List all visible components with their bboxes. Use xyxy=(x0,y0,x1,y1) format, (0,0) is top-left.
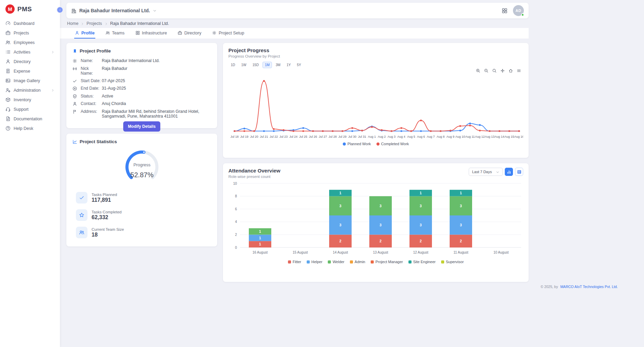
svg-text:Aug 4: Aug 4 xyxy=(397,135,405,138)
legend-swatch xyxy=(441,260,444,263)
card-title: Project Statistics xyxy=(80,139,117,144)
sidebar-item-image-gallery[interactable]: Image Gallery xyxy=(3,76,57,85)
svg-text:Jul 27: Jul 27 xyxy=(319,135,327,138)
range-15d[interactable]: 15D xyxy=(250,62,261,68)
chart-tool-menu[interactable] xyxy=(517,69,521,73)
svg-text:Jul 24: Jul 24 xyxy=(289,135,297,138)
logo-icon: M xyxy=(5,4,15,14)
breadcrumb-item[interactable]: Home xyxy=(67,21,78,26)
sidebar: M PMS DashboardProjectsEmployeesActiviti… xyxy=(0,0,60,347)
chart-tool-pan[interactable] xyxy=(500,69,505,73)
svg-text:Aug 12: Aug 12 xyxy=(475,135,485,138)
tab-project-setup[interactable]: Project Setup xyxy=(211,28,245,39)
legend-item-project-manager[interactable]: Project Manager xyxy=(371,260,403,264)
chart-tool-zoom-in[interactable] xyxy=(476,69,480,73)
progress-gauge-wrap: Progress52.87% xyxy=(73,148,211,186)
svg-text:3: 3 xyxy=(339,204,341,208)
file-text-icon xyxy=(5,116,11,121)
date-range-select[interactable]: Last 7 Days xyxy=(469,168,503,176)
sidebar-item-help-desk[interactable]: Help Desk xyxy=(3,124,57,133)
range-1w[interactable]: 1W xyxy=(239,62,249,68)
tab-label: Teams xyxy=(112,31,125,35)
tab-teams[interactable]: Teams xyxy=(105,28,125,39)
receipt-icon xyxy=(5,69,11,74)
chevron-down-icon xyxy=(153,9,157,13)
legend-item-helper[interactable]: Helper xyxy=(307,260,322,264)
apps-grid-button[interactable] xyxy=(502,8,508,14)
logo-text: PMS xyxy=(17,5,32,13)
tab-profile[interactable]: Profile xyxy=(74,28,95,39)
stat-label: Tasks Completed xyxy=(92,210,122,214)
sidebar-item-label: Support xyxy=(14,107,54,112)
person-icon xyxy=(5,59,11,64)
sidebar-item-employees[interactable]: Employees xyxy=(3,38,57,47)
attendance-overview-card: Attendance Overview Role-wise present co… xyxy=(223,163,529,282)
company-link[interactable]: MARCO AIoT Technologies Pvt. Ltd. xyxy=(560,285,618,289)
range-1m[interactable]: 1M xyxy=(262,62,272,68)
legend-item-fitter[interactable]: Fitter xyxy=(288,260,301,264)
range-1y[interactable]: 1Y xyxy=(284,62,293,68)
legend-swatch xyxy=(328,260,331,263)
stat-label: Tasks Planned xyxy=(92,193,117,197)
progress-line-chart[interactable]: Jul 18Jul 19Jul 20Jul 21Jul 22Jul 23Jul … xyxy=(228,74,523,141)
sidebar-collapse-button[interactable] xyxy=(57,6,63,13)
table-view-toggle-button[interactable] xyxy=(515,168,523,176)
app-logo[interactable]: M PMS xyxy=(0,0,60,18)
svg-text:3: 3 xyxy=(380,223,382,227)
main-content: Raja Bahadur International Ltd. AD HomeP… xyxy=(60,0,535,347)
breadcrumb-item[interactable]: Projects xyxy=(86,21,102,26)
pan-icon xyxy=(500,69,505,73)
user-avatar[interactable]: AD xyxy=(513,5,524,16)
sidebar-item-projects[interactable]: Projects xyxy=(3,29,57,37)
legend-item-admin[interactable]: Admin xyxy=(350,260,365,264)
modify-details-button[interactable]: Modify Details xyxy=(123,121,160,132)
sidebar-item-support[interactable]: Support xyxy=(3,105,57,114)
menu-icon xyxy=(517,69,521,73)
tab-directory[interactable]: Directory xyxy=(177,28,202,39)
sidebar-item-label: Employees xyxy=(14,40,54,45)
legend-item-supervisor[interactable]: Supervisor xyxy=(441,260,464,264)
zoom-in-icon xyxy=(476,69,480,73)
range-5y[interactable]: 5Y xyxy=(294,62,303,68)
grid-apps-icon xyxy=(135,31,140,35)
sidebar-item-directory[interactable]: Directory xyxy=(3,57,57,66)
svg-text:Aug 2: Aug 2 xyxy=(378,135,386,138)
company-selector[interactable]: Raja Bahadur International Ltd. xyxy=(71,7,157,14)
headset-icon xyxy=(5,107,11,112)
chart-toolbar xyxy=(228,68,521,73)
people-icon xyxy=(5,40,11,45)
sidebar-item-inventory[interactable]: Inventory xyxy=(3,95,57,104)
bar-view-toggle-button[interactable] xyxy=(505,168,513,176)
chart-tool-home[interactable] xyxy=(509,69,513,73)
profile-field-name: Name:Raja Bahadur International Ltd. xyxy=(73,58,211,63)
legend-label: Welder xyxy=(333,260,344,264)
sidebar-item-activities[interactable]: Activities xyxy=(3,48,57,56)
breadcrumb: HomeProjectsRaja Bahadur International L… xyxy=(67,21,535,26)
chart-tool-zoom-out[interactable] xyxy=(484,69,488,73)
sidebar-item-administration[interactable]: Administration xyxy=(3,86,57,94)
legend-item-site-engineer[interactable]: Site Engineer xyxy=(408,260,436,264)
sidebar-item-dashboard[interactable]: Dashboard xyxy=(3,19,57,28)
shield-check-icon xyxy=(73,94,77,99)
tab-infrastructure[interactable]: Infrastructure xyxy=(135,28,168,39)
sidebar-item-label: Directory xyxy=(14,59,54,64)
sidebar-item-label: Administration xyxy=(14,88,48,93)
sidebar-item-expense[interactable]: Expense xyxy=(3,67,57,75)
bar-legend: FitterHelperWelderAdminProject ManagerSi… xyxy=(228,260,523,264)
person-icon xyxy=(73,102,77,106)
copyright-text: © 2025, by xyxy=(541,285,558,289)
chart-tool-search[interactable] xyxy=(492,69,497,73)
svg-text:Jul 18: Jul 18 xyxy=(230,135,239,138)
range-3m[interactable]: 3M xyxy=(273,62,283,68)
svg-text:16 August: 16 August xyxy=(253,251,268,254)
legend-item-planned-work[interactable]: Planned Work xyxy=(343,142,371,146)
sidebar-item-documentation[interactable]: Documentation xyxy=(3,115,57,123)
range-1d[interactable]: 1D xyxy=(228,62,238,68)
sidebar-nav: DashboardProjectsEmployeesActivitiesDire… xyxy=(0,18,60,134)
svg-text:Jul 26: Jul 26 xyxy=(309,135,317,138)
attendance-bar-chart[interactable]: 024681016 August11115 August14 August233… xyxy=(228,181,523,259)
svg-text:Jul 29: Jul 29 xyxy=(338,135,347,138)
profile-field-end-date: End Date:31-Aug-2025 xyxy=(73,86,211,91)
legend-item-completed-work[interactable]: Completed Work xyxy=(376,142,409,146)
legend-item-welder[interactable]: Welder xyxy=(328,260,344,264)
